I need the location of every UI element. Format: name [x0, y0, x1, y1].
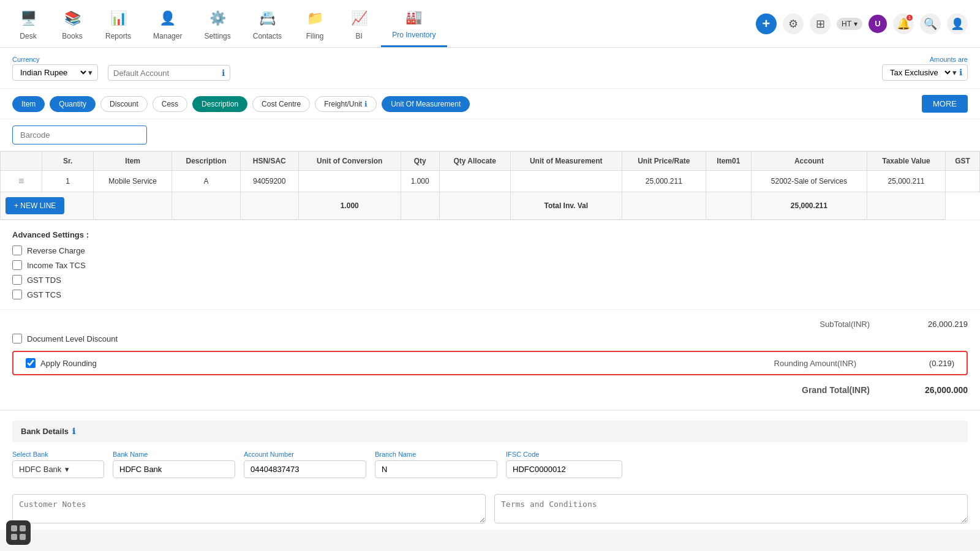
amounts-chevron: ▾	[952, 68, 957, 77]
nav-manager[interactable]: 👤 Manager	[142, 1, 193, 47]
amounts-are-field: Amounts are Tax Exclusive ▾ ℹ	[882, 56, 968, 81]
amounts-select[interactable]: Tax Exclusive	[888, 67, 952, 78]
col-gst: GST	[946, 152, 980, 171]
ifsc-input[interactable]	[506, 460, 622, 478]
terms-conditions-input[interactable]	[494, 494, 968, 523]
col-qty-allocate: Qty Allocate	[439, 152, 510, 171]
tab-item[interactable]: Item	[12, 96, 45, 112]
nav-settings[interactable]: ⚙️ Settings	[193, 1, 241, 47]
bottom-widget[interactable]	[6, 520, 31, 530]
account-number-input[interactable]	[244, 460, 366, 478]
col-unit-price: Unit Price/Rate	[622, 152, 706, 171]
row-qty-allocate[interactable]	[439, 171, 510, 192]
tab-description[interactable]: Description	[192, 96, 247, 112]
advanced-checkboxes: Reverse Charge Income Tax TCS GST TDS GS…	[12, 246, 968, 299]
row-hsn[interactable]: 94059200	[240, 171, 298, 192]
subtotal-value: 26,000.219	[894, 320, 968, 329]
col-account: Account	[751, 152, 867, 171]
row-unit-conversion[interactable]	[298, 171, 401, 192]
row-item01[interactable]	[706, 171, 751, 192]
rounding-inner: Apply Rounding Rounding Amount(INR) (0.2…	[26, 358, 954, 368]
account-input-wrapper[interactable]: ℹ	[108, 65, 230, 81]
row-taxable[interactable]: 25,000.211	[867, 171, 945, 192]
drag-handle-icon[interactable]: ≡	[18, 176, 24, 186]
rounding-value: (0.219)	[881, 359, 954, 368]
advanced-settings-title: Advanced Settings :	[12, 230, 968, 239]
nav-books[interactable]: 📚 Books	[50, 1, 94, 47]
nav-desk[interactable]: 🖥️ Desk	[6, 1, 50, 47]
more-button[interactable]: MORE	[922, 95, 968, 113]
tab-freight-unit[interactable]: Freight/Unit ℹ	[315, 96, 377, 112]
gear-button[interactable]: ⚙	[783, 13, 804, 34]
row-item[interactable]: Mobile Service	[94, 171, 172, 192]
new-line-button[interactable]: + NEW LINE	[6, 197, 64, 214]
nav-pro-inventory[interactable]: 🏭 Pro Inventory	[381, 0, 447, 47]
row-sr: 1	[42, 171, 94, 192]
total-spacer7	[622, 192, 706, 220]
invoice-table-wrapper: Sr. Item Description HSN/SAC Unit of Con…	[0, 151, 980, 220]
select-bank-value: HDFC Bank	[19, 465, 61, 474]
ht-dropdown[interactable]: HT ▾	[837, 18, 862, 30]
document-discount-label: Document Level Discount	[27, 334, 118, 343]
customer-notes-input[interactable]	[12, 494, 486, 523]
document-discount-input[interactable]	[12, 334, 22, 343]
main-content: Currency Indian Rupee ▾ ℹ Amounts are Ta…	[0, 48, 980, 530]
nav-contacts[interactable]: 📇 Contacts	[242, 1, 293, 47]
totals-section: SubTotal(INR) 26,000.219 Document Level …	[0, 310, 980, 411]
ht-label: HT	[842, 20, 851, 28]
nav-reports[interactable]: 📊 Reports	[94, 1, 142, 47]
grid-button[interactable]: ⊞	[810, 13, 831, 34]
tab-unit-of-measurement[interactable]: Unit Of Measurement	[382, 96, 470, 112]
income-tax-tcs-input[interactable]	[12, 260, 22, 270]
apply-rounding-input[interactable]	[26, 358, 36, 368]
row-unit-price[interactable]: 25,000.211	[622, 171, 706, 192]
select-bank-dropdown[interactable]: HDFC Bank ▾	[12, 460, 104, 478]
row-unit-measurement[interactable]	[510, 171, 622, 192]
document-discount-checkbox[interactable]: Document Level Discount	[12, 334, 118, 343]
grand-total-value: 26,000.000	[894, 385, 968, 395]
tab-discount[interactable]: Discount	[100, 96, 148, 112]
nav-bi[interactable]: 📈 BI	[337, 1, 381, 47]
nav-books-label: Books	[62, 32, 82, 40]
nav-filing[interactable]: 📁 Filing	[293, 1, 337, 47]
branch-name-input[interactable]	[375, 460, 497, 478]
account-input[interactable]	[113, 69, 219, 78]
tab-cess[interactable]: Cess	[153, 96, 187, 112]
user-avatar[interactable]: U	[869, 15, 887, 33]
apply-rounding-checkbox[interactable]: Apply Rounding	[26, 358, 97, 368]
barcode-input[interactable]	[12, 126, 147, 144]
col-hsn: HSN/SAC	[240, 152, 298, 171]
row-gst[interactable]	[946, 171, 980, 192]
profile-button[interactable]: 👤	[947, 13, 968, 34]
currency-select-wrapper[interactable]: Indian Rupee ▾	[12, 64, 98, 81]
bank-name-label: Bank Name	[113, 451, 235, 458]
gst-tds-checkbox[interactable]: GST TDS	[12, 275, 968, 285]
amounts-select-wrapper[interactable]: Tax Exclusive ▾ ℹ	[882, 64, 968, 81]
row-drag[interactable]: ≡	[1, 171, 42, 192]
bank-name-input[interactable]	[113, 460, 235, 478]
tab-quantity[interactable]: Quantity	[50, 96, 96, 112]
col-description: Description	[172, 152, 240, 171]
row-qty[interactable]: 1.000	[401, 171, 439, 192]
notes-row	[0, 488, 980, 530]
reverse-charge-input[interactable]	[12, 246, 22, 255]
notification-button[interactable]: 🔔 1	[893, 13, 914, 34]
add-button[interactable]: +	[756, 13, 777, 34]
amounts-info-icon[interactable]: ℹ	[959, 67, 962, 77]
gst-tcs-input[interactable]	[12, 290, 22, 299]
tab-cost-centre[interactable]: Cost Centre	[252, 96, 310, 112]
gst-tds-input[interactable]	[12, 275, 22, 285]
bank-name-field: Bank Name	[113, 451, 235, 478]
ht-chevron: ▾	[854, 20, 858, 28]
account-info-icon[interactable]: ℹ	[222, 68, 225, 78]
search-button[interactable]: 🔍	[920, 13, 941, 34]
col-unit-measurement: Unit of Measurement	[510, 152, 622, 171]
row-description[interactable]: A	[172, 171, 240, 192]
account-number-field: Account Number	[244, 451, 366, 478]
reverse-charge-checkbox[interactable]: Reverse Charge	[12, 246, 968, 255]
currency-select[interactable]: Indian Rupee	[18, 67, 88, 78]
bank-info-icon[interactable]: ℹ	[72, 427, 75, 436]
gst-tcs-checkbox[interactable]: GST TCS	[12, 290, 968, 299]
row-account[interactable]: 52002-Sale of Services	[751, 171, 867, 192]
income-tax-tcs-checkbox[interactable]: Income Tax TCS	[12, 260, 968, 270]
